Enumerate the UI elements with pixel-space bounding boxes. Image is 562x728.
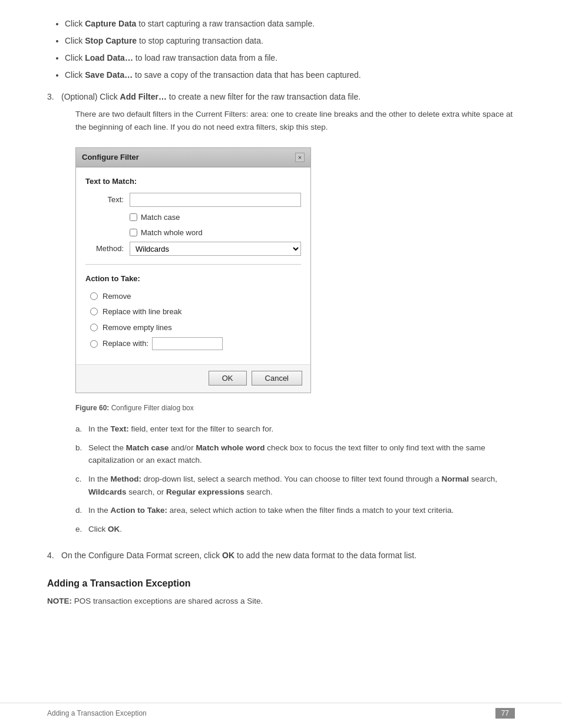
step-3-text: (Optional) Click Add Filter… to create a…: [61, 92, 361, 101]
footer-left-text: Adding a Transaction Exception: [47, 709, 147, 717]
step-3: 3. (Optional) Click Add Filter… to creat…: [47, 91, 515, 541]
sub-steps-list: a. In the Text: field, enter text for th…: [61, 423, 515, 535]
sub-step-e-label: e.: [75, 523, 88, 536]
radio-replace-line-break[interactable]: [90, 308, 98, 315]
match-whole-word-label: Match whole word: [141, 227, 203, 239]
text-label: Text:: [85, 194, 124, 206]
match-whole-word-row: Match whole word: [130, 227, 301, 239]
step-4-num: 4.: [47, 549, 61, 562]
method-field-row: Method: Normal Wildcards Regular express…: [85, 242, 301, 256]
sub-step-d-content: In the Action to Take: area, select whic…: [88, 504, 515, 517]
sub-step-c-content: In the Method: drop-down list, select a …: [88, 473, 515, 498]
match-case-checkbox[interactable]: [130, 213, 137, 221]
figure-label: Figure 60:: [75, 404, 109, 412]
match-whole-word-checkbox[interactable]: [130, 229, 137, 236]
radio-remove-empty-label: Remove empty lines: [103, 322, 172, 334]
radio-replace-line-break-row: Replace with line break: [90, 306, 301, 318]
radio-replace-line-break-label: Replace with line break: [103, 306, 181, 318]
step-3-num: 3.: [47, 91, 61, 541]
match-case-label: Match case: [141, 212, 180, 223]
page-content: Click Capture Data to start capturing a …: [0, 0, 562, 649]
sub-step-d-label: d.: [75, 504, 88, 517]
sub-step-d: d. In the Action to Take: area, select w…: [75, 504, 515, 517]
configure-filter-dialog: Configure Filter × Text to Match: Text:: [75, 147, 311, 393]
note-label: NOTE:: [47, 597, 72, 605]
sub-step-a: a. In the Text: field, enter text for th…: [75, 423, 515, 436]
sub-step-c: c. In the Method: drop-down list, select…: [75, 473, 515, 498]
action-label: Action to Take:: [85, 273, 301, 285]
sub-step-e-content: Click OK.: [88, 523, 515, 536]
bullet-item-4: Click Save Data… to save a copy of the t…: [65, 69, 515, 81]
page-footer: Adding a Transaction Exception 77: [0, 703, 562, 719]
sub-step-b-label: b.: [75, 442, 88, 467]
dialog-close-button[interactable]: ×: [295, 153, 305, 162]
dialog-body: Text to Match: Text: Match case Match wh…: [76, 167, 310, 365]
text-input[interactable]: [130, 193, 301, 207]
sub-step-b-content: Select the Match case and/or Match whole…: [88, 442, 515, 467]
step-4-text: On the Configure Data Format screen, cli…: [61, 551, 416, 560]
radio-remove-empty-lines[interactable]: [90, 324, 98, 331]
bullet-item-1: Click Capture Data to start capturing a …: [65, 18, 515, 30]
radio-replace-with-label: Replace with:: [103, 338, 148, 350]
ok-button[interactable]: OK: [209, 371, 247, 386]
divider: [85, 264, 301, 265]
sub-step-c-label: c.: [75, 473, 88, 498]
bullet-item-3: Click Load Data… to load raw transaction…: [65, 52, 515, 64]
note-text: POS transaction exceptions are shared ac…: [74, 597, 263, 605]
sub-step-a-content: In the Text: field, enter text for the f…: [88, 423, 515, 436]
dialog-footer: OK Cancel: [76, 364, 310, 393]
note-paragraph: NOTE: POS transaction exceptions are sha…: [47, 595, 515, 608]
text-to-match-label: Text to Match:: [85, 176, 301, 187]
match-case-row: Match case: [130, 212, 301, 223]
sub-step-b: b. Select the Match case and/or Match wh…: [75, 442, 515, 467]
dialog-titlebar: Configure Filter ×: [76, 148, 310, 167]
step-3-content: (Optional) Click Add Filter… to create a…: [61, 91, 515, 541]
radio-remove-label: Remove: [103, 291, 131, 302]
page-number: 77: [495, 708, 515, 719]
sub-step-a-label: a.: [75, 423, 88, 436]
action-section: Action to Take: Remove Replace with line…: [85, 273, 301, 350]
cancel-button[interactable]: Cancel: [252, 371, 302, 386]
method-label: Method:: [85, 243, 124, 255]
section-heading: Adding a Transaction Exception: [47, 578, 515, 589]
radio-remove-empty-row: Remove empty lines: [90, 322, 301, 334]
bullet-list: Click Capture Data to start capturing a …: [47, 18, 515, 81]
step-4: 4. On the Configure Data Format screen, …: [47, 549, 515, 562]
radio-replace-with-row: Replace with:: [90, 337, 301, 350]
text-field-row: Text:: [85, 193, 301, 207]
figure-caption: Figure 60: Configure Filter dialog box: [75, 403, 515, 413]
radio-remove-row: Remove: [90, 291, 301, 302]
dialog-wrapper: Configure Filter × Text to Match: Text:: [75, 147, 311, 393]
step-3-description: There are two default filters in the Cur…: [75, 108, 515, 133]
dialog-title: Configure Filter: [82, 151, 139, 163]
figure-text: Configure Filter dialog box: [111, 404, 194, 412]
replace-with-input[interactable]: [152, 337, 223, 350]
bullet-item-2: Click Stop Capture to stop capturing tra…: [65, 35, 515, 47]
radio-remove[interactable]: [90, 292, 98, 300]
sub-step-e: e. Click OK.: [75, 523, 515, 536]
radio-replace-with[interactable]: [90, 340, 98, 348]
method-select[interactable]: Normal Wildcards Regular expressions: [130, 242, 301, 256]
step-4-content: On the Configure Data Format screen, cli…: [61, 549, 515, 562]
